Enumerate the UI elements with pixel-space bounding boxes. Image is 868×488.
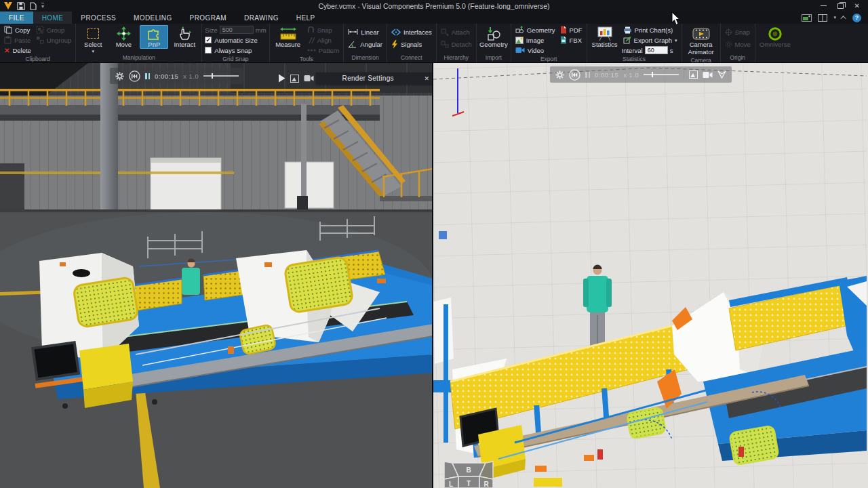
import-geometry-button[interactable]: Geometry [479,25,508,49]
render-settings-panel: Render Settings ✕ [316,73,433,84]
ribbon-group-omniverse: Omniverse [755,24,795,62]
export-graph-button[interactable]: Export Graph ▾ [622,35,679,45]
layout-caret[interactable]: ▾ [833,15,836,20]
restore-button[interactable] [837,3,844,9]
video-icon [515,47,525,54]
size-unit: mm [256,26,267,34]
title-bar: ▾ Cyber.vcmx - Visual Components Premium… [0,0,868,12]
reset-simulation-button[interactable] [129,70,140,82]
simulation-speed: x 1.0 [183,73,199,80]
camera-animator-button[interactable]: Camera Animator [685,25,717,56]
group-caption: Import [479,54,508,62]
statistics-button[interactable]: Statistics [590,25,620,49]
signals-button[interactable]: Signals [390,39,433,49]
print-charts-button[interactable]: Print Chart(s) [622,25,679,35]
group-button: Group [35,25,73,35]
gear-icon [555,70,564,79]
grid-size-input[interactable] [220,26,254,34]
measure-button[interactable]: Measure [273,25,304,49]
move-button[interactable]: Move [109,25,138,49]
align-icon [307,37,315,44]
save-button[interactable] [17,2,25,10]
checkbox-unchecked-icon [205,47,212,54]
reset-simulation-button[interactable] [569,69,580,81]
tab-process[interactable]: PROCESS [72,12,125,24]
playback-settings-button[interactable] [555,70,564,79]
simulation-speed: x 1.0 [623,71,639,79]
record-video-button[interactable] [703,71,713,79]
tab-help[interactable]: HELP [288,12,324,24]
ribbon-group-dimension: Linear Angular Dimension [344,24,387,62]
interval-input[interactable] [645,46,668,54]
help-button[interactable]: ? [852,14,861,22]
select-caret[interactable]: ▾ [92,49,95,54]
factory-door-left [151,158,221,211]
signals-icon [391,40,398,49]
viewport-playback-bar: 0:00:15 x 1.0 [550,66,732,83]
render-settings-close-button[interactable]: ✕ [420,75,433,82]
layout-button[interactable] [818,14,827,22]
interact-button[interactable]: Interact [170,25,199,49]
group-caption: Connect [390,54,433,62]
export-pdf-button[interactable]: PDF [559,25,584,35]
quick-access-caret[interactable]: ▾ [41,3,44,9]
close-button[interactable]: ✕ [854,3,860,9]
new-file-button[interactable] [30,2,37,10]
fbx-icon [560,36,567,44]
ribbon-group-export: Geometry Image Video PDF [511,24,587,62]
window-title: Cyber.vcmx - Visual Components Premium 5… [0,2,868,10]
render-button[interactable] [717,70,726,79]
copy-button[interactable]: Copy [3,25,33,35]
export-graph-caret[interactable]: ▾ [675,38,677,43]
linear-dimension-button[interactable]: Linear [347,27,384,37]
attach-button: Attach [439,27,473,37]
screenshot-button[interactable] [802,14,812,22]
tab-file[interactable]: FILE [0,12,33,24]
linear-icon [348,28,358,35]
playback-settings-button[interactable] [115,72,124,81]
interfaces-button[interactable]: Interfaces [390,27,433,37]
export-fbx-button[interactable]: FBX [559,35,584,45]
pdf-icon [560,26,567,34]
pause-button[interactable] [145,73,150,79]
ribbon-group-manipulation: Select ▾ Move PnP [76,24,202,62]
export-geometry-button[interactable]: Geometry [514,25,557,35]
tab-modeling[interactable]: MODELING [125,12,181,24]
minimize-button[interactable] [821,5,827,6]
ribbon-group-camera: Camera Animator Camera [682,24,721,62]
group-caption: Dimension [347,54,384,62]
record-video-button[interactable] [304,75,314,82]
main-3d-viewport[interactable]: B L T R 0:00:15 x 1.0 [433,63,868,488]
angular-icon [348,40,357,48]
export-image-button[interactable]: Image [514,35,557,45]
export-image-button[interactable] [689,70,698,79]
tab-home[interactable]: HOME [33,12,73,24]
omniverse-button[interactable]: Omniverse [758,25,792,49]
paste-button: Paste [3,35,33,45]
pnp-button[interactable]: PnP [140,25,168,49]
speed-slider[interactable] [203,75,239,77]
tab-program[interactable]: PROGRAM [181,12,235,24]
view-cube[interactable]: B L T R [444,462,493,488]
angular-dimension-button[interactable]: Angular [347,39,384,49]
render-viewport[interactable]: 0:00:15 x 1.0 Render Settings ✕ [0,63,433,488]
export-image-button[interactable] [290,75,299,83]
speed-slider[interactable] [644,74,679,75]
ribbon-tab-row: FILE HOME PROCESS MODELING PROGRAM DRAWI… [0,12,868,24]
export-video-button[interactable]: Video [514,45,557,55]
tab-drawing[interactable]: DRAWING [235,12,288,24]
collapse-ribbon-button[interactable] [840,16,846,21]
delete-button[interactable]: ✕ Delete [3,45,33,55]
ribbon-group-hierarchy: Attach Detach Hierarchy [437,24,477,62]
play-button[interactable] [278,74,285,83]
always-snap-checkbox[interactable]: Always Snap [205,45,266,55]
pause-button[interactable] [585,72,590,78]
select-button[interactable]: Select ▾ [79,25,107,54]
cube-label-top: T [467,480,471,487]
automatic-size-checkbox[interactable]: ✓ Automatic Size [205,35,266,45]
import-geometry-icon [486,26,501,41]
origin-move-icon [725,41,732,48]
factory-door-right [285,162,334,208]
checkbox-checked-icon: ✓ [205,37,212,43]
omniverse-icon [768,26,783,41]
